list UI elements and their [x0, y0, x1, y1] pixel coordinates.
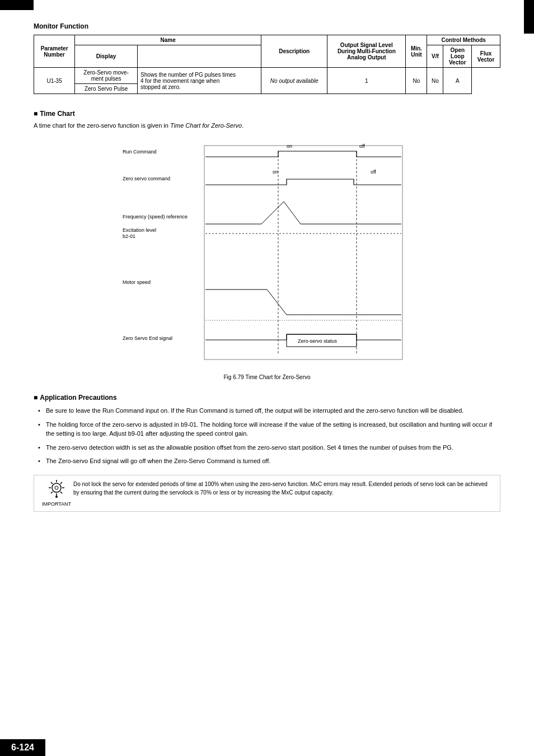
page-number: 6-124	[0, 739, 45, 756]
svg-text:Run Command: Run Command	[123, 149, 157, 155]
timechart-description: A time chart for the zero-servo function…	[34, 122, 500, 129]
monitor-section: Monitor Function ParameterNumber Name De…	[34, 22, 500, 94]
application-title: Application Precautions	[34, 394, 500, 402]
bullet-2: The holding force of the zero-servo is a…	[38, 420, 500, 438]
important-icon: IMPORTANT	[40, 480, 73, 507]
timechart-diagram: Run Command Zero servo command Frequency…	[121, 136, 413, 380]
svg-point-20	[55, 486, 58, 489]
svg-line-27	[60, 482, 62, 484]
header-name: Name	[75, 35, 261, 45]
timechart-caption: Fig 6.79 Time Chart for Zero-Servo	[121, 374, 413, 380]
header-vf: V/f	[427, 45, 443, 68]
header-flux-vector: FluxVector	[472, 45, 500, 68]
timechart-section: Time Chart A time chart for the zero-ser…	[34, 110, 500, 380]
cell-open-loop-vector: No	[427, 68, 443, 94]
timechart-title: Time Chart	[34, 110, 500, 118]
svg-point-19	[52, 483, 61, 492]
cell-param-number: U1-35	[34, 68, 75, 94]
header-description: Description	[261, 35, 327, 68]
header-min-unit: Min.Unit	[406, 35, 427, 68]
header-name-col	[138, 45, 261, 68]
bullet-1: Be sure to leave the Run Command input o…	[38, 406, 500, 416]
svg-text:Zero servo command: Zero servo command	[123, 176, 170, 181]
svg-text:off: off	[359, 143, 365, 149]
header-open-loop-vector: OpenLoopVector	[443, 45, 472, 68]
cell-description: Shows the number of PG pulses times4 for…	[138, 68, 261, 94]
svg-text:Zero-servo status: Zero-servo status	[298, 338, 338, 344]
cell-output-signal: No output available	[261, 68, 327, 94]
cell-min-unit: 1	[327, 68, 406, 94]
application-bullets-list: Be sure to leave the Run Command input o…	[34, 406, 500, 466]
timechart-svg: Run Command Zero servo command Frequency…	[121, 136, 413, 371]
cell-name-display: Zero Servo Pulse	[75, 84, 138, 94]
svg-point-29	[55, 496, 58, 498]
svg-line-25	[51, 482, 53, 484]
cell-flux-vector: A	[443, 68, 472, 94]
svg-text:Zero Servo End signal: Zero Servo End signal	[123, 335, 172, 341]
header-control-methods: Control Methods	[427, 35, 500, 45]
important-box: IMPORTANT Do not lock the servo for exte…	[34, 475, 500, 512]
svg-text:Frequency (speed) reference: Frequency (speed) reference	[123, 214, 188, 220]
svg-text:b2-01: b2-01	[123, 234, 135, 239]
application-section: Application Precautions Be sure to leave…	[34, 394, 500, 512]
cell-name: Zero-Servo move-ment pulses	[75, 68, 138, 84]
header-name-display: Display	[75, 45, 138, 68]
svg-text:off: off	[371, 169, 376, 175]
monitor-section-title: Monitor Function	[34, 22, 500, 30]
important-text: Do not lock the servo for extended perio…	[73, 480, 494, 497]
important-symbol-svg	[45, 480, 68, 500]
svg-text:on: on	[287, 143, 292, 149]
top-corner-bar	[0, 0, 34, 10]
header-output-signal: Output Signal LevelDuring Multi-Function…	[327, 35, 406, 68]
cell-vf: No	[406, 68, 427, 94]
svg-rect-18	[204, 146, 402, 360]
monitor-table: ParameterNumber Name Description Output …	[34, 35, 500, 94]
svg-text:on: on	[273, 169, 278, 175]
svg-text:Motor speed: Motor speed	[123, 279, 151, 285]
header-param-number: ParameterNumber	[34, 35, 75, 68]
svg-line-26	[60, 492, 62, 493]
right-corner-bar	[524, 0, 534, 34]
bullet-4: The Zero-servo End signal will go off wh…	[38, 456, 500, 466]
bullet-3: The zero-servo detection width is set as…	[38, 443, 500, 452]
svg-text:Excitation level: Excitation level	[123, 227, 156, 233]
important-label: IMPORTANT	[42, 501, 71, 507]
svg-line-28	[51, 492, 53, 493]
